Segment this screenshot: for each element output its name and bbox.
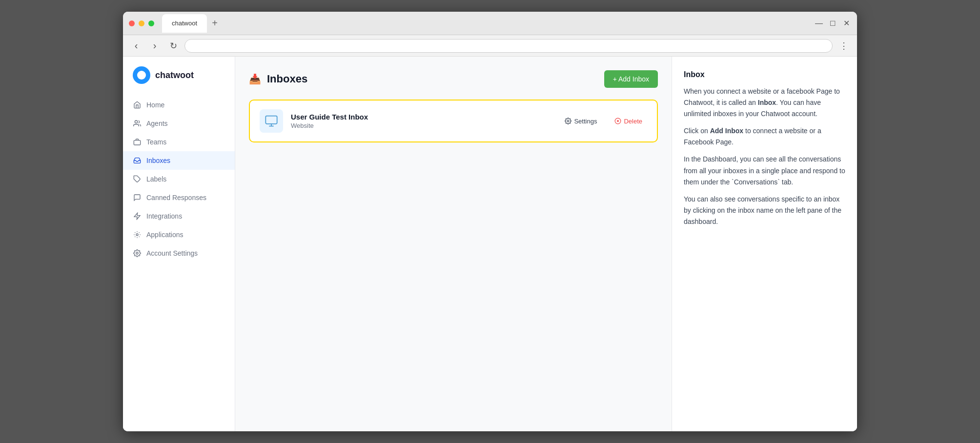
inbox-card: User Guide Test Inbox Website Settings <box>249 100 658 142</box>
forward-button[interactable]: › <box>147 39 162 53</box>
sidebar-item-labels-label: Labels <box>146 175 166 183</box>
svg-point-5 <box>136 252 138 254</box>
tab-label: chatwoot <box>172 20 197 27</box>
inbox-actions: Settings Delete <box>560 115 647 128</box>
back-icon: ‹ <box>135 40 138 51</box>
restore-btn[interactable]: ☐ <box>828 19 837 28</box>
svg-point-9 <box>568 120 570 122</box>
browser-more-button[interactable]: ⋮ <box>837 39 851 53</box>
add-inbox-button[interactable]: + Add Inbox <box>604 70 658 88</box>
browser-nav: ‹ › ↻ ⋮ <box>123 35 857 57</box>
info-para-1: When you connect a website or a facebook… <box>684 86 845 120</box>
address-bar[interactable] <box>184 39 833 53</box>
sidebar-item-canned-responses[interactable]: Canned Responses <box>123 188 235 207</box>
sidebar-item-agents[interactable]: Agents <box>123 114 235 133</box>
close-btn[interactable]: ✕ <box>841 19 851 28</box>
info-panel: Inbox When you connect a website or a fa… <box>672 57 857 431</box>
sidebar-item-integrations-label: Integrations <box>146 212 182 220</box>
sidebar-item-teams-label: Teams <box>146 138 166 146</box>
inboxes-icon <box>133 156 142 165</box>
close-window-btn[interactable] <box>129 20 135 26</box>
applications-icon <box>133 230 142 239</box>
sidebar-item-canned-responses-label: Canned Responses <box>146 194 206 201</box>
svg-point-0 <box>135 121 137 123</box>
svg-rect-6 <box>265 116 277 124</box>
inbox-icon-box <box>260 109 283 133</box>
more-icon: ⋮ <box>839 40 848 51</box>
sidebar-item-applications[interactable]: Applications <box>123 225 235 244</box>
page-title: Inboxes <box>267 73 307 85</box>
logo-inner <box>137 71 146 80</box>
sidebar-item-home[interactable]: Home <box>123 96 235 114</box>
sidebar-item-account-settings-label: Account Settings <box>146 249 198 257</box>
integrations-icon <box>133 212 142 221</box>
settings-label: Settings <box>574 118 597 125</box>
sidebar-item-account-settings[interactable]: Account Settings <box>123 244 235 262</box>
home-icon <box>133 101 142 109</box>
page-title-area: 📥 Inboxes <box>249 73 307 85</box>
browser-titlebar: chatwoot + — ☐ ✕ <box>123 12 857 35</box>
center-panel: 📥 Inboxes + Add Inbox <box>235 57 672 431</box>
new-tab-button[interactable]: + <box>207 16 223 31</box>
page-header: 📥 Inboxes + Add Inbox <box>249 70 658 88</box>
info-panel-body: When you connect a website or a facebook… <box>684 86 845 227</box>
minimize-window-btn[interactable] <box>139 20 144 26</box>
window-action-buttons: — ☐ ✕ <box>814 19 851 28</box>
sidebar-item-home-label: Home <box>146 101 164 109</box>
svg-marker-3 <box>134 213 140 219</box>
minimize-btn[interactable]: — <box>814 19 824 28</box>
inbox-row: User Guide Test Inbox Website Settings <box>250 101 657 141</box>
svg-rect-1 <box>134 141 140 145</box>
info-para-4: You can also see conversations specific … <box>684 194 845 227</box>
active-tab[interactable]: chatwoot <box>162 14 207 33</box>
sidebar-item-labels[interactable]: Labels <box>123 170 235 188</box>
logo-text: chatwoot <box>155 70 194 81</box>
sidebar-item-integrations[interactable]: Integrations <box>123 207 235 225</box>
refresh-icon: ↻ <box>170 40 177 51</box>
forward-icon: › <box>153 40 157 51</box>
maximize-window-btn[interactable] <box>148 20 154 26</box>
info-para-2: Click on Add Inbox to connect a website … <box>684 125 845 148</box>
tab-bar: chatwoot + <box>162 14 810 33</box>
window-controls <box>129 20 154 26</box>
info-panel-title: Inbox <box>684 70 845 79</box>
delete-icon <box>614 118 621 124</box>
main-content: 📥 Inboxes + Add Inbox <box>235 57 857 431</box>
agents-icon <box>133 119 142 128</box>
account-settings-icon <box>133 249 142 258</box>
sidebar-item-applications-label: Applications <box>146 231 184 239</box>
refresh-button[interactable]: ↻ <box>166 39 181 53</box>
logo-icon <box>133 66 150 84</box>
sidebar-item-inboxes-label: Inboxes <box>146 157 170 164</box>
canned-icon <box>133 193 142 202</box>
back-button[interactable]: ‹ <box>129 39 143 53</box>
content-area: 📥 Inboxes + Add Inbox <box>235 57 857 431</box>
settings-icon <box>565 118 572 124</box>
svg-point-4 <box>136 234 138 236</box>
inbox-download-icon: 📥 <box>249 73 261 85</box>
inbox-info: User Guide Test Inbox Website <box>291 113 552 129</box>
teams-icon <box>133 138 142 146</box>
sidebar-item-agents-label: Agents <box>146 120 168 127</box>
labels-icon <box>133 175 142 183</box>
sidebar: chatwoot Home Agents Te <box>123 57 235 431</box>
logo-area: chatwoot <box>123 66 235 96</box>
delete-label: Delete <box>624 118 642 125</box>
app-body: chatwoot Home Agents Te <box>123 57 857 431</box>
settings-button[interactable]: Settings <box>560 115 602 128</box>
inbox-name: User Guide Test Inbox <box>291 113 552 121</box>
info-para-3: In the Dashboard, you can see all the co… <box>684 154 845 187</box>
sidebar-item-inboxes[interactable]: Inboxes <box>123 151 235 170</box>
sidebar-item-teams[interactable]: Teams <box>123 133 235 151</box>
inbox-type: Website <box>291 122 552 129</box>
inbox-type-icon <box>265 114 278 128</box>
delete-button[interactable]: Delete <box>610 115 647 128</box>
